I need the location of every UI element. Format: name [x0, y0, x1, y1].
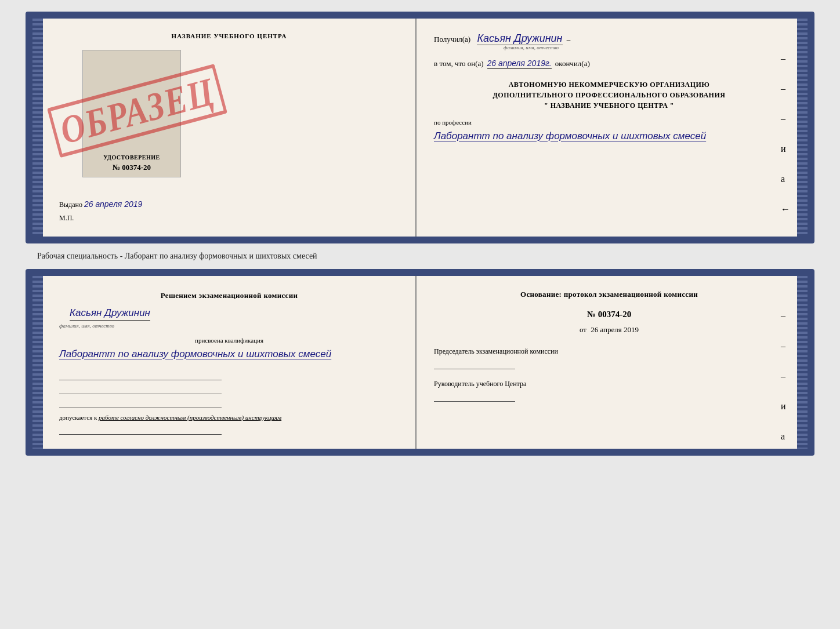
- vydano-line: Выдано 26 апреля 2019: [59, 199, 399, 209]
- komissia-name-subtext: фамилия, имя, отчество: [59, 323, 399, 329]
- watermark-container: УДОСТОВЕРЕНИЕ № 00374-20 ОБРАЗЕЦ: [59, 44, 399, 195]
- org-line3: " НАЗВАНИЕ УЧЕБНОГО ЦЕНТРА ": [434, 100, 784, 111]
- poluchil-subtext: фамилия, имя, отчество: [504, 45, 784, 50]
- rukovoditel-line: [434, 391, 515, 402]
- rukovoditel-label: Руководитель учебного Центра: [434, 379, 784, 389]
- komissia-name: Касьян Дружинин: [70, 307, 150, 321]
- ot-date-line: от 26 апреля 2019: [434, 325, 784, 335]
- dopuskaetsya-text: работе согласно должностным (производств…: [99, 414, 281, 421]
- cert-label: УДОСТОВЕРЕНИЕ: [103, 154, 160, 161]
- osnovanie-title: Основание: протокол экзаменационной коми…: [434, 290, 784, 299]
- org-line1: АВТОНОМНУЮ НЕКОММЕРЧЕСКУЮ ОРГАНИЗАЦИЮ: [434, 79, 784, 90]
- vtom-prefix: в том, что он(а): [434, 59, 484, 68]
- okoncil-text: окончил(а): [555, 59, 590, 68]
- org-line2: ДОПОЛНИТЕЛЬНОГО ПРОФЕССИОНАЛЬНОГО ОБРАЗО…: [434, 90, 784, 100]
- vydano-date: 26 апреля 2019: [84, 199, 142, 209]
- dopuskaetsya-block: допускается к работе согласно должностны…: [59, 414, 399, 421]
- top-document: НАЗВАНИЕ УЧЕБНОГО ЦЕНТРА УДОСТОВЕРЕНИЕ №…: [26, 12, 814, 243]
- profession-text: Лаборантт по анализу формовочных и шихто…: [434, 128, 784, 144]
- prisvoena-profession: Лаборантт по анализу формовочных и шихто…: [59, 346, 399, 362]
- cert-box: УДОСТОВЕРЕНИЕ № 00374-20: [82, 50, 181, 177]
- komissia-title: Решением экзаменационной комиссии: [59, 290, 399, 301]
- top-doc-left: НАЗВАНИЕ УЧЕБНОГО ЦЕНТРА УДОСТОВЕРЕНИЕ №…: [32, 19, 417, 237]
- right-dashes: – – – и а ← – –: [781, 53, 790, 243]
- ot-prefix: от: [580, 325, 586, 334]
- poluchil-name: Касьян Дружинин: [477, 32, 562, 45]
- ot-date: 26 апреля 2019: [591, 325, 639, 334]
- org-block: АВТОНОМНУЮ НЕКОММЕРЧЕСКУЮ ОРГАНИЗАЦИЮ ДО…: [434, 79, 784, 111]
- bottom-doc-left: Решением экзаменационной комиссии Касьян…: [32, 276, 417, 449]
- bottom-document: Решением экзаменационной комиссии Касьян…: [26, 269, 814, 456]
- protocol-number: № 00374-20: [434, 310, 784, 319]
- mp-line: М.П.: [59, 214, 399, 223]
- bottom-doc-right: Основание: протокол экзаменационной коми…: [417, 276, 808, 449]
- predsedatel-line: [434, 359, 515, 369]
- vydano-prefix: Выдано: [59, 201, 82, 209]
- dopuskaetsya-line: [59, 424, 222, 435]
- vtom-date: 26 апреля 2019г.: [487, 59, 552, 69]
- top-left-title: НАЗВАНИЕ УЧЕБНОГО ЦЕНТРА: [59, 32, 399, 39]
- predsedatel-block: Председатель экзаменационной комиссии: [434, 346, 784, 369]
- blank-line-2: [59, 384, 222, 394]
- specialty-label: Рабочая специальность - Лаборант по анал…: [12, 252, 317, 261]
- dopuskaetsya-prefix: допускается к: [59, 414, 97, 421]
- right-dashes-2: – – – и а ← – –: [781, 311, 790, 456]
- predsedatel-label: Председатель экзаменационной комиссии: [434, 346, 784, 357]
- komissia-name-wrapper: Касьян Дружинин: [59, 307, 399, 322]
- blank-line-1: [59, 370, 222, 380]
- poluchil-line: Получил(а) Касьян Дружинин – фамилия, им…: [434, 32, 784, 50]
- vtom-line: в том, что он(а) 26 апреля 2019г. окончи…: [434, 59, 784, 69]
- prisvoena-label: присвоена квалификация: [59, 337, 399, 344]
- blank-line-3: [59, 398, 222, 408]
- blank-lines: [59, 370, 399, 408]
- top-doc-right: Получил(а) Касьян Дружинин – фамилия, им…: [417, 19, 808, 237]
- rukovoditel-block: Руководитель учебного Центра: [434, 379, 784, 402]
- poluchil-prefix: Получил(а): [434, 35, 470, 43]
- cert-number: № 00374-20: [113, 163, 151, 172]
- po-professii-label: по профессии: [434, 119, 784, 126]
